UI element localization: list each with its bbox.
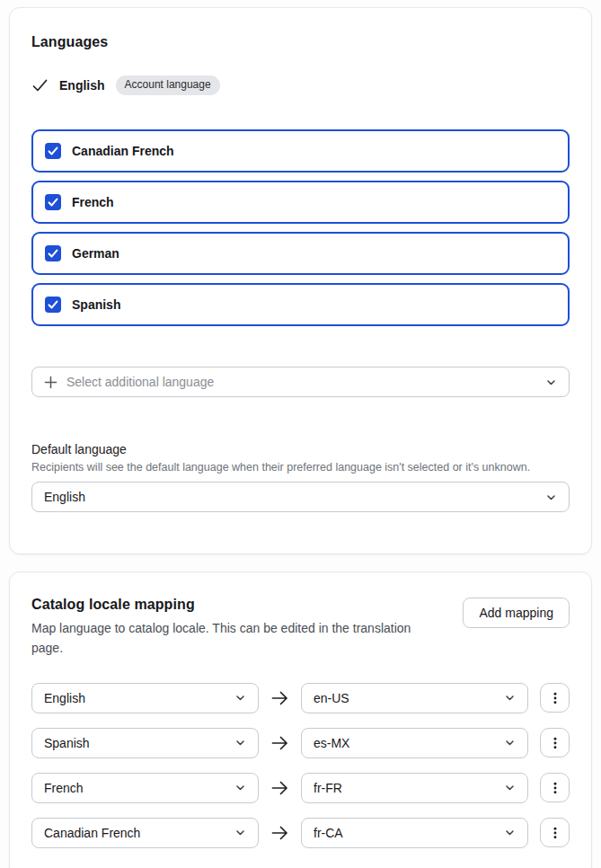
mapping-locale-select[interactable]: en-US (301, 683, 528, 713)
kebab-icon (549, 826, 561, 840)
mapping-language-value: French (44, 781, 225, 795)
mapping-language-select[interactable]: Spanish (31, 728, 259, 758)
default-language-field: Default language Recipients will see the… (31, 442, 570, 512)
mapping-language-value: Canadian French (44, 826, 225, 840)
account-language-row: English Account language (31, 75, 570, 95)
arrow-right-icon (270, 824, 289, 842)
add-language-placeholder: Select additional language (66, 375, 536, 389)
add-language-select[interactable]: Select additional language (31, 367, 570, 397)
chevron-down-icon (234, 782, 246, 793)
account-language-badge: Account language (116, 75, 220, 95)
mapping-row: Canadian French fr-CA (31, 818, 570, 848)
catalog-card-title: Catalog locale mapping (31, 597, 443, 613)
checkbox-checked-icon[interactable] (45, 297, 61, 313)
mapping-locale-value: es-MX (314, 736, 495, 750)
mapping-language-select[interactable]: Canadian French (31, 818, 259, 848)
chevron-down-icon (504, 782, 516, 793)
chevron-down-icon (504, 737, 516, 748)
arrow-right-icon (270, 779, 289, 797)
languages-card-title: Languages (31, 34, 570, 50)
chevron-down-icon (545, 376, 557, 388)
mapping-language-select[interactable]: French (31, 773, 259, 803)
language-checkbox-label: Spanish (72, 297, 120, 312)
mapping-language-value: English (44, 691, 225, 705)
add-mapping-button[interactable]: Add mapping (463, 598, 570, 628)
selected-languages-list: Canadian French French (31, 129, 570, 326)
language-checkbox-label: German (72, 246, 119, 261)
chevron-down-icon (234, 827, 246, 838)
catalog-header-text: Catalog locale mapping Map language to c… (31, 597, 443, 658)
mapping-locale-select[interactable]: fr-FR (301, 773, 528, 803)
settings-page: Languages English Account language Cana (0, 0, 601, 868)
arrow-right-icon (270, 734, 289, 752)
mapping-locale-select[interactable]: fr-CA (301, 818, 528, 848)
chevron-down-icon (504, 827, 516, 838)
language-checkbox-row[interactable]: German (31, 232, 570, 275)
mapping-row: French fr-FR (31, 773, 570, 803)
mapping-row: Spanish es-MX (31, 728, 570, 758)
mapping-menu-button[interactable] (540, 773, 570, 802)
kebab-icon (549, 691, 561, 705)
chevron-down-icon (234, 737, 246, 748)
mapping-list: English en-US (31, 683, 570, 848)
mapping-locale-value: fr-FR (314, 781, 495, 795)
language-checkbox-row[interactable]: French (31, 181, 570, 224)
mapping-language-value: Spanish (44, 736, 225, 750)
default-language-description: Recipients will see the default language… (31, 461, 570, 474)
mapping-locale-value: fr-CA (314, 826, 495, 840)
chevron-down-icon (504, 692, 516, 704)
kebab-icon (549, 781, 561, 795)
language-checkbox-label: Canadian French (72, 144, 174, 158)
kebab-icon (549, 736, 561, 750)
language-checkbox-label: French (72, 195, 114, 209)
catalog-card-description: Map language to catalog locale. This can… (31, 619, 443, 658)
catalog-card-header: Catalog locale mapping Map language to c… (31, 597, 570, 658)
account-language-name: English (59, 78, 105, 93)
chevron-down-icon (545, 492, 557, 503)
plus-icon (44, 376, 57, 389)
checkbox-checked-icon[interactable] (45, 194, 61, 210)
default-language-select[interactable]: English (31, 482, 570, 512)
catalog-locale-mapping-card: Catalog locale mapping Map language to c… (9, 571, 592, 868)
chevron-down-icon (234, 692, 246, 704)
mapping-menu-button[interactable] (540, 683, 570, 713)
checkbox-checked-icon[interactable] (45, 245, 61, 261)
mapping-row: English en-US (31, 683, 570, 713)
languages-card: Languages English Account language Cana (9, 7, 592, 554)
default-language-value: English (44, 490, 536, 504)
default-language-label: Default language (31, 442, 570, 456)
mapping-language-select[interactable]: English (31, 683, 259, 713)
arrow-right-icon (270, 689, 289, 707)
language-checkbox-row[interactable]: Canadian French (31, 129, 570, 173)
mapping-locale-select[interactable]: es-MX (301, 728, 528, 758)
checkbox-checked-icon[interactable] (45, 143, 61, 159)
mapping-locale-value: en-US (314, 691, 495, 705)
mapping-menu-button[interactable] (540, 728, 570, 757)
check-icon (31, 77, 49, 94)
language-checkbox-row[interactable]: Spanish (31, 283, 570, 326)
mapping-menu-button[interactable] (540, 818, 570, 847)
